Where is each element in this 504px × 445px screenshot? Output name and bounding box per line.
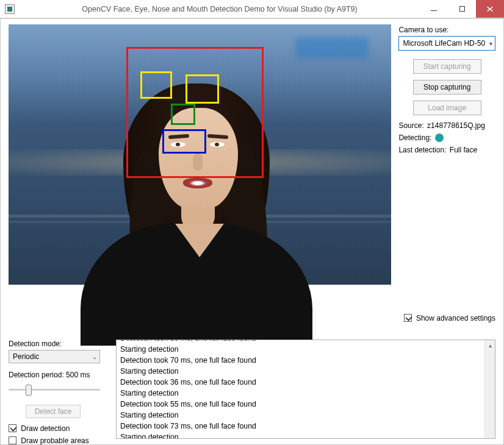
- draw-detection-row[interactable]: Draw detection: [9, 424, 106, 433]
- chevron-down-icon: ▾: [489, 40, 492, 47]
- detecting-label: Detecting:: [398, 134, 431, 142]
- titlebar: OpenCV Face, Eye, Nose and Mouth Detecti…: [0, 0, 504, 18]
- log-line: Detection took 36 ms, one full face foun…: [120, 377, 484, 388]
- left-eye-detection-box: [140, 71, 172, 99]
- advanced-settings-label: Show advanced settings: [416, 314, 495, 322]
- detect-face-button[interactable]: Detect face: [26, 405, 81, 418]
- log-line: Starting detection: [120, 432, 484, 439]
- detection-mode-value: Periodic: [13, 352, 39, 361]
- nose-detection-box: [171, 104, 195, 125]
- log-line: Detection took 70 ms, one full face foun…: [120, 355, 484, 366]
- detection-mode-select[interactable]: Periodic ⌄: [9, 350, 100, 363]
- maximize-button[interactable]: [448, 0, 476, 18]
- advanced-settings-checkbox[interactable]: [404, 314, 412, 322]
- scroll-up-icon[interactable]: ▴: [485, 340, 495, 351]
- log-output[interactable]: Detection took 50 ms, one full face foun…: [116, 340, 495, 439]
- stop-capturing-button[interactable]: Stop capturing: [413, 80, 481, 94]
- draw-detection-label: Draw detection: [21, 424, 70, 433]
- mouth-detection-box: [162, 129, 206, 154]
- source-value: z148778615Q.jpg: [427, 121, 485, 130]
- draw-detection-checkbox[interactable]: [9, 424, 16, 432]
- minimize-button[interactable]: [420, 0, 448, 18]
- draw-probable-checkbox[interactable]: [9, 436, 16, 444]
- right-eye-detection-box: [185, 74, 219, 104]
- slider-thumb[interactable]: [26, 385, 32, 396]
- window-title: OpenCV Face, Eye, Nose and Mouth Detecti…: [20, 5, 420, 13]
- log-line: Starting detection: [120, 344, 484, 355]
- settings-panel: Detection mode: Periodic ⌄ Detection per…: [9, 340, 106, 439]
- camera-select-value: Microsoft LifeCam HD-50: [403, 39, 485, 48]
- chevron-down-icon: ⌄: [92, 354, 97, 360]
- log-line: Starting detection: [120, 388, 484, 399]
- detecting-indicator: [435, 134, 444, 142]
- app-icon: [5, 4, 15, 14]
- source-label: Source:: [398, 121, 423, 130]
- last-detection-value: Full face: [450, 146, 477, 154]
- start-capturing-button[interactable]: Start capturing: [413, 59, 481, 74]
- last-detection-label: Last detection:: [398, 146, 446, 154]
- draw-probable-row[interactable]: Draw probable areas: [9, 436, 106, 445]
- scrollbar[interactable]: ▴: [484, 340, 495, 438]
- detection-period-label: Detection period: 500 ms: [9, 371, 106, 379]
- log-line: Detection took 55 ms, one full face foun…: [120, 399, 484, 410]
- draw-probable-label: Draw probable areas: [21, 436, 88, 445]
- log-line: Detection took 73 ms, one full face foun…: [120, 421, 484, 432]
- video-preview: [9, 24, 391, 285]
- window-controls: ✕: [420, 0, 504, 18]
- close-button[interactable]: ✕: [476, 0, 504, 18]
- detection-mode-label: Detection mode:: [9, 340, 106, 348]
- camera-select[interactable]: Microsoft LifeCam HD-50 ▾: [398, 36, 495, 51]
- log-line: Starting detection: [120, 410, 484, 421]
- advanced-settings-row[interactable]: Show advanced settings: [404, 314, 495, 322]
- log-line: Detection took 50 ms, one full face foun…: [120, 340, 484, 344]
- load-image-button[interactable]: Load image: [413, 101, 481, 115]
- detection-period-slider[interactable]: [9, 383, 100, 396]
- camera-label: Camera to use:: [398, 26, 495, 34]
- side-panel: Camera to use: Microsoft LifeCam HD-50 ▾…: [398, 24, 495, 285]
- log-line: Starting detection: [120, 366, 484, 377]
